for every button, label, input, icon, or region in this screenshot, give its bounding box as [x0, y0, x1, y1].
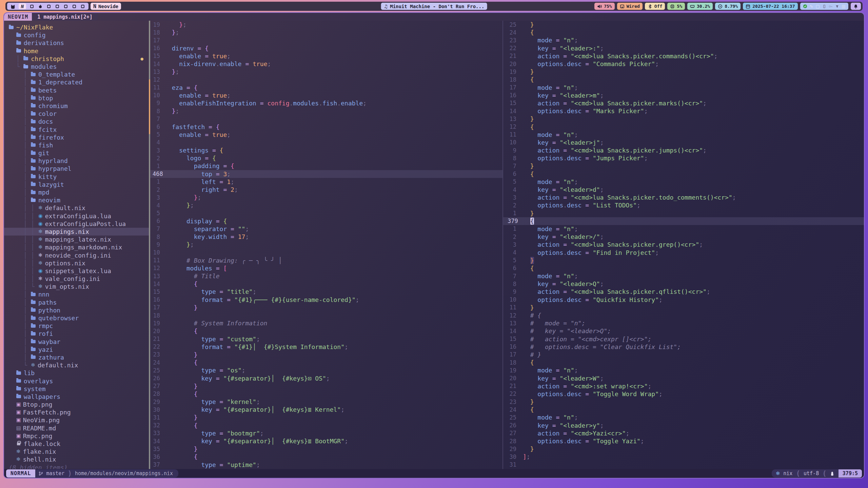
- code-line[interactable]: 21 type = "custom";: [150, 335, 502, 343]
- code-line[interactable]: 10: [150, 248, 502, 256]
- code-line[interactable]: 35 }: [150, 445, 502, 453]
- tree-item-hyprpanel[interactable]: │ hyprpanel: [4, 165, 149, 172]
- tree-item-mappings_latex.nix[interactable]: │ │ ❄mappings_latex.nix: [4, 236, 149, 243]
- code-line[interactable]: 9 enableFishIntegration = config.modules…: [150, 99, 502, 107]
- tree-item-flake.lock[interactable]: flake.lock: [4, 440, 149, 448]
- tree-item-mappings_markdown.nix[interactable]: │ │ ❄mappings_markdown.nix: [4, 243, 149, 251]
- code-line[interactable]: 9 action = "<cmd>lua Snacks.picker.qflis…: [503, 288, 864, 296]
- tree-item-beets[interactable]: │ beets: [4, 86, 149, 94]
- funnel-icon[interactable]: [835, 4, 839, 8]
- code-line[interactable]: 19 # System Information: [150, 319, 502, 327]
- code-line[interactable]: 14 {: [150, 280, 502, 288]
- code-line[interactable]: 2 options.desc = "List TODOs";: [503, 201, 864, 209]
- workspace-square[interactable]: [72, 3, 77, 9]
- code-pane-left[interactable]: 19 };18 };1716 direnv = {15 enable = tru…: [150, 21, 502, 469]
- file-tree[interactable]: ~/NixFlake config derivations home │ chr…: [4, 21, 149, 469]
- tree-item-kitty[interactable]: │ kitty: [4, 173, 149, 181]
- tree-item-default.nix[interactable]: │ │ ❄default.nix: [4, 204, 149, 212]
- code-line[interactable]: 31: [503, 461, 864, 469]
- memory-module[interactable]: 30.2%: [687, 3, 713, 10]
- code-line[interactable]: 16 # options.desc = "Clear Quickfix List…: [503, 343, 864, 351]
- tree-item-derivations[interactable]: derivations: [4, 39, 149, 47]
- bluetooth-module[interactable]: Off: [645, 3, 665, 10]
- code-line[interactable]: 2 logo = {: [150, 154, 502, 162]
- code-line[interactable]: 16 format = "{#1}╭─── {#}{user-name-colo…: [150, 296, 502, 304]
- code-line[interactable]: 27 action = "<cmd>Yazi<cr>";: [503, 429, 864, 437]
- code-line[interactable]: 13 }: [503, 115, 864, 123]
- code-line[interactable]: 19 mode = "n";: [503, 366, 864, 374]
- workspace-square[interactable]: [29, 3, 35, 9]
- code-line[interactable]: 16 key = "<leader>m";: [503, 92, 864, 99]
- code-line[interactable]: 18 };: [150, 28, 502, 36]
- code-line[interactable]: 1 mode = "n";: [503, 225, 864, 233]
- code-line[interactable]: 5 mode = "n";: [503, 178, 864, 186]
- code-line[interactable]: 31 }: [150, 413, 502, 421]
- code-line[interactable]: 22 options.desc = "Toggle Word Wrap";: [503, 390, 864, 398]
- code-line[interactable]: 16 direnv = {: [150, 44, 502, 52]
- code-line[interactable]: 22 key = "<leader>:";: [503, 44, 864, 52]
- code-line[interactable]: 7: [150, 115, 502, 123]
- code-line[interactable]: 17 # }: [503, 351, 864, 359]
- workspace-square[interactable]: [63, 3, 68, 9]
- code-line[interactable]: 11 eza = {: [150, 84, 502, 92]
- tree-item-overlays[interactable]: overlays: [4, 377, 149, 385]
- code-line[interactable]: 34 key = "{#separator}│ {#keys}≣ BootMGR…: [150, 437, 502, 445]
- code-line[interactable]: 4 options.desc = "Find in Project";: [503, 248, 864, 256]
- tree-item-chromium[interactable]: │ chromium: [4, 102, 149, 110]
- tree-item-firefox[interactable]: │ firefox: [4, 134, 149, 141]
- tree-item-python[interactable]: │ python: [4, 306, 149, 314]
- code-line[interactable]: 13 };: [150, 68, 502, 76]
- tree-item-neovide_config.ini[interactable]: │ │ ✱neovide_config.ini: [4, 251, 149, 259]
- code-line[interactable]: 15 enable = true;: [150, 52, 502, 60]
- window-title-pill[interactable]: N Neovide: [91, 3, 121, 10]
- code-line[interactable]: 12 modules = [: [150, 264, 502, 272]
- code-line[interactable]: 25 mode = "n";: [503, 413, 864, 421]
- workspace-square[interactable]: [46, 3, 52, 9]
- tree-item-wallpapers[interactable]: wallpapers: [4, 393, 149, 401]
- code-line[interactable]: 12 {: [503, 123, 864, 130]
- code-line[interactable]: 21 action = "<cmd>lua Snacks.picker.comm…: [503, 52, 864, 60]
- tree-item-paths[interactable]: │ paths: [4, 299, 149, 306]
- code-line[interactable]: 20 {: [150, 327, 502, 335]
- code-line[interactable]: 379 {: [503, 217, 864, 225]
- tree-item-waybar[interactable]: │ waybar: [4, 338, 149, 346]
- code-line[interactable]: 10 key = "<leader>j";: [503, 139, 864, 146]
- tree-item-extraConfigLuaPost.lua[interactable]: │ │ ◉extraConfigLuaPost.lua: [4, 220, 149, 228]
- tree-item-btop[interactable]: │ btop: [4, 94, 149, 102]
- code-line[interactable]: 3 settings = {: [150, 146, 502, 154]
- tree-item-Rmpc.png[interactable]: ▣Rmpc.png: [4, 432, 149, 440]
- tree-item-default.nix[interactable]: └ ❄default.nix: [4, 361, 149, 369]
- wave-icon[interactable]: ∿: [810, 4, 813, 9]
- tree-item-mappings.nix[interactable]: │ │ ❄mappings.nix: [4, 228, 149, 236]
- tree-item-fish[interactable]: │ fish: [4, 141, 149, 149]
- tree-item-1_deprecated[interactable]: │ 1_deprecated: [4, 78, 149, 86]
- tree-item-8hiddenitems[interactable]: (8 hidden items): [4, 464, 149, 469]
- code-line[interactable]: 11 mode = "n";: [503, 131, 864, 139]
- code-line[interactable]: 26 key = "{#separator}│ {#keys}⊡ OS";: [150, 374, 502, 382]
- tree-item-0_template[interactable]: │ 0_template: [4, 70, 149, 78]
- code-line[interactable]: 8 };: [150, 107, 502, 115]
- workspace-fire[interactable]: [38, 3, 43, 9]
- tree-item-mpd[interactable]: │ mpd: [4, 188, 149, 196]
- tree-item-docs[interactable]: │ docs: [4, 118, 149, 125]
- code-line[interactable]: 23 }: [150, 351, 502, 359]
- code-line[interactable]: 29 }: [503, 445, 864, 453]
- code-line[interactable]: 14 # key = "<leader>Q";: [503, 327, 864, 335]
- code-line[interactable]: 17 mode = "n";: [503, 84, 864, 92]
- code-line[interactable]: 30];: [503, 453, 864, 461]
- grid-icon[interactable]: ▦: [842, 4, 846, 9]
- code-line[interactable]: 30 key = "{#separator}│ {#keys}≣ Kernel"…: [150, 406, 502, 413]
- workspace-cat[interactable]: [10, 3, 16, 9]
- tree-item-shell.nix[interactable]: ❄shell.nix: [4, 455, 149, 463]
- code-line[interactable]: 10 options.desc = "Quickfix History";: [503, 296, 864, 304]
- code-line[interactable]: 18 {: [503, 76, 864, 83]
- code-line[interactable]: 8 key = "<leader>Q";: [503, 280, 864, 288]
- code-line[interactable]: 21 action = "<cmd>:set wrap!<cr>";: [503, 382, 864, 390]
- code-line[interactable]: 11 # Box Drawing: ╭ ─ ╮ ╰ ╯ │: [150, 257, 502, 264]
- code-line[interactable]: 1 left = 1;: [150, 178, 502, 186]
- tree-item-options.nix[interactable]: │ │ ❄options.nix: [4, 259, 149, 267]
- code-line[interactable]: 15 action = "<cmd>lua Snacks.picker.mark…: [503, 99, 864, 107]
- code-line[interactable]: 23 mode = "n";: [503, 36, 864, 44]
- cpu-module[interactable]: 5%: [667, 3, 685, 10]
- tree-item-yazi[interactable]: │ yazi: [4, 346, 149, 353]
